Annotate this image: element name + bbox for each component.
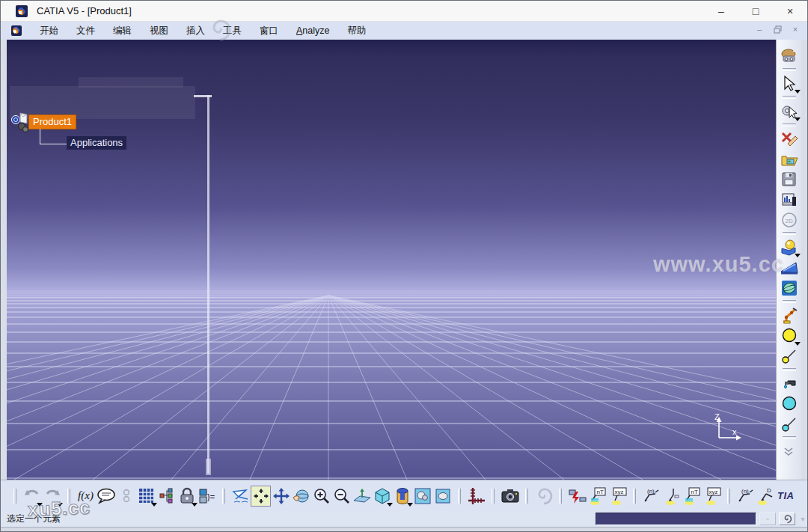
menu-window[interactable]: 窗口 [260, 25, 278, 37]
node-diagram-button[interactable] [156, 486, 177, 507]
precise-select-button[interactable] [779, 101, 800, 121]
measure-xyz-button[interactable]: xyz [607, 486, 628, 507]
cyan-point-button[interactable] [779, 414, 800, 434]
render-style-button[interactable] [392, 486, 412, 507]
select-button[interactable] [779, 73, 800, 94]
restore-icon [774, 25, 782, 34]
specification-graph-button[interactable] [466, 486, 486, 507]
svg-text:nT: nT [691, 489, 697, 495]
annotate-n-button[interactable]: (n) [641, 486, 661, 507]
workbench-button[interactable] [779, 46, 800, 66]
status-dimmed-button-2[interactable]: ▾ [798, 513, 807, 525]
toolbar-grip[interactable] [727, 489, 730, 504]
measure-nt-icon: nT [588, 486, 607, 506]
toolbar-grip[interactable] [13, 489, 16, 504]
toolbar-grip[interactable] [458, 489, 461, 504]
dropdown-arrow-icon[interactable] [795, 117, 801, 121]
status-dimmed-button[interactable]: ▫ [759, 513, 776, 525]
pan-button[interactable] [271, 486, 291, 507]
toolbar-grip[interactable] [492, 489, 495, 504]
status-swirl-button[interactable] [779, 513, 795, 525]
view-globe-button[interactable] [779, 278, 800, 298]
isometric-view-button[interactable] [372, 486, 392, 507]
save-button[interactable] [779, 169, 800, 189]
measure-nt-button[interactable]: nT [587, 486, 607, 507]
toolbar-separator [783, 68, 796, 71]
open-button[interactable] [779, 149, 800, 169]
minimize-button[interactable]: – [704, 1, 738, 22]
zoom-in-icon [313, 487, 331, 505]
watermark-corner-text: xu5.cc [28, 497, 91, 521]
capture-button[interactable] [500, 486, 520, 507]
toolbar-grip[interactable] [633, 489, 636, 504]
zoom-in-button[interactable] [311, 486, 331, 507]
toolbar-grip[interactable] [222, 489, 225, 504]
pan-icon [272, 487, 290, 505]
fly-mode-button[interactable] [230, 486, 251, 507]
annotate-d-button[interactable]: D [756, 486, 776, 507]
rotate-button[interactable] [291, 486, 311, 507]
menu-file[interactable]: 文件 [76, 25, 95, 37]
constraint-button[interactable] [116, 486, 136, 507]
mdi-minimize-button[interactable]: – [753, 23, 765, 35]
normal-view-button[interactable] [352, 486, 372, 507]
more-tools-button[interactable] [779, 441, 800, 462]
status-bar: 选定一个元素 ▫ ▾ [1, 511, 807, 527]
yellow-point-icon [781, 348, 798, 364]
paint-knife-icon [780, 130, 798, 148]
print-button[interactable] [779, 189, 800, 210]
swirl-icon [783, 514, 792, 524]
faucet-button[interactable] [779, 373, 800, 394]
hide-show-button[interactable] [412, 486, 432, 507]
maximize-button[interactable]: □ [738, 1, 773, 22]
mdi-restore-button[interactable] [771, 23, 783, 35]
design-table-button[interactable] [136, 486, 156, 507]
menu-edit[interactable]: 编辑 [113, 25, 132, 37]
lock-button[interactable] [177, 486, 197, 507]
cyan-circle-button[interactable] [779, 394, 800, 414]
tree-connector [40, 144, 67, 144]
measure-nt-2-button[interactable]: nT [682, 486, 702, 507]
toolbar-grip[interactable] [525, 489, 528, 504]
equivalent-dimensions-button[interactable]: }= [197, 486, 217, 507]
annotate-d-icon: D [756, 486, 776, 506]
tree-node-product1[interactable]: Product1 [28, 114, 76, 129]
measure-xyz-2-button[interactable]: xyz [702, 486, 722, 507]
svg-text:2D: 2D [785, 217, 792, 224]
close-button[interactable]: × [773, 1, 807, 22]
menu-insert[interactable]: 插入 [186, 25, 205, 37]
menu-start[interactable]: 开始 [40, 25, 58, 37]
open-folder-icon [780, 150, 798, 168]
menu-view[interactable]: 视图 [150, 25, 168, 37]
yellow-point-button[interactable] [779, 346, 800, 366]
zoom-out-button[interactable] [331, 486, 352, 507]
update-button[interactable] [567, 486, 587, 507]
paint-knife-button[interactable] [779, 129, 800, 149]
yellow-circle-button[interactable] [779, 325, 800, 346]
dropdown-arrow-icon[interactable] [795, 90, 801, 94]
power-input-field[interactable] [596, 513, 756, 525]
measure-nt-icon: nT [682, 486, 702, 506]
tree-highlight-patch [79, 77, 183, 88]
printer-chart-icon [780, 191, 798, 209]
tree-node-applications[interactable]: Applications [67, 136, 126, 150]
svg-text:xyz: xyz [708, 489, 717, 495]
watermark-swirl-slot [533, 486, 554, 507]
swap-visible-space-button[interactable] [432, 486, 453, 507]
toolbar-separator [783, 436, 796, 439]
toolbar-grip[interactable] [559, 489, 562, 504]
window-bottom-edge [1, 527, 807, 532]
mdi-close-button[interactable]: × [789, 23, 801, 35]
circle-2d-button[interactable]: 2D [779, 210, 800, 230]
robot-arm-button[interactable] [779, 305, 800, 325]
comment-button[interactable] [96, 486, 116, 507]
fit-all-in-button[interactable] [251, 486, 271, 507]
annotate-arrow-button[interactable] [661, 486, 682, 507]
annotate-n-3-button[interactable]: (n) [735, 486, 756, 507]
menu-analyze[interactable]: Analyze [296, 25, 329, 36]
swap-space-icon [435, 488, 451, 504]
hide-show-icon [414, 487, 432, 505]
menu-help[interactable]: 帮助 [347, 25, 366, 37]
measure-xyz-icon: xyz [703, 486, 722, 506]
zoom-out-icon [333, 487, 351, 505]
